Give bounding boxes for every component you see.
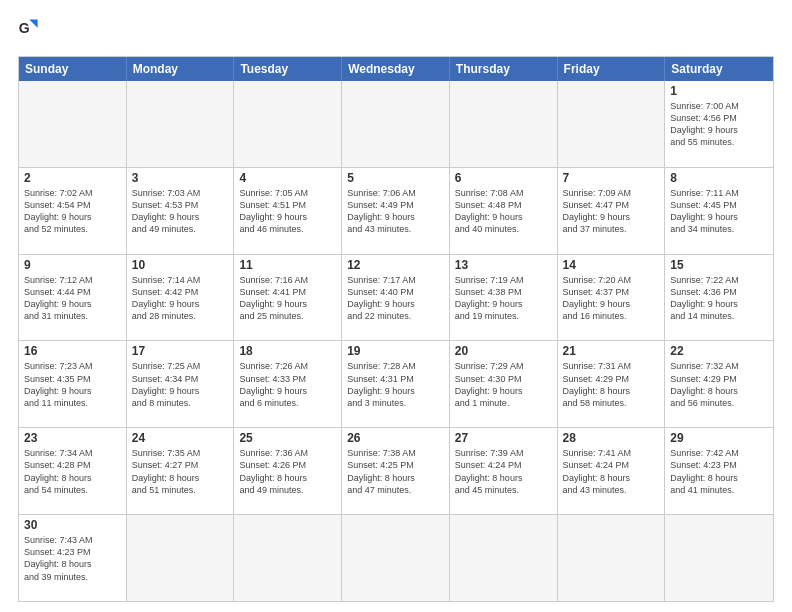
weekday-header: Friday bbox=[558, 57, 666, 81]
calendar-cell: 9Sunrise: 7:12 AM Sunset: 4:44 PM Daylig… bbox=[19, 255, 127, 341]
day-info: Sunrise: 7:16 AM Sunset: 4:41 PM Dayligh… bbox=[239, 274, 336, 323]
calendar-cell: 7Sunrise: 7:09 AM Sunset: 4:47 PM Daylig… bbox=[558, 168, 666, 254]
day-number: 11 bbox=[239, 258, 336, 272]
day-number: 12 bbox=[347, 258, 444, 272]
calendar-cell: 20Sunrise: 7:29 AM Sunset: 4:30 PM Dayli… bbox=[450, 341, 558, 427]
day-number: 19 bbox=[347, 344, 444, 358]
day-info: Sunrise: 7:36 AM Sunset: 4:26 PM Dayligh… bbox=[239, 447, 336, 496]
calendar-cell: 6Sunrise: 7:08 AM Sunset: 4:48 PM Daylig… bbox=[450, 168, 558, 254]
day-number: 18 bbox=[239, 344, 336, 358]
calendar-cell: 2Sunrise: 7:02 AM Sunset: 4:54 PM Daylig… bbox=[19, 168, 127, 254]
day-number: 22 bbox=[670, 344, 768, 358]
day-info: Sunrise: 7:22 AM Sunset: 4:36 PM Dayligh… bbox=[670, 274, 768, 323]
day-info: Sunrise: 7:12 AM Sunset: 4:44 PM Dayligh… bbox=[24, 274, 121, 323]
weekday-header: Sunday bbox=[19, 57, 127, 81]
day-number: 14 bbox=[563, 258, 660, 272]
day-info: Sunrise: 7:02 AM Sunset: 4:54 PM Dayligh… bbox=[24, 187, 121, 236]
calendar-cell bbox=[19, 81, 127, 167]
calendar-cell: 8Sunrise: 7:11 AM Sunset: 4:45 PM Daylig… bbox=[665, 168, 773, 254]
day-info: Sunrise: 7:00 AM Sunset: 4:56 PM Dayligh… bbox=[670, 100, 768, 149]
day-info: Sunrise: 7:28 AM Sunset: 4:31 PM Dayligh… bbox=[347, 360, 444, 409]
day-info: Sunrise: 7:39 AM Sunset: 4:24 PM Dayligh… bbox=[455, 447, 552, 496]
calendar-cell: 14Sunrise: 7:20 AM Sunset: 4:37 PM Dayli… bbox=[558, 255, 666, 341]
calendar-row: 9Sunrise: 7:12 AM Sunset: 4:44 PM Daylig… bbox=[19, 254, 773, 341]
day-info: Sunrise: 7:31 AM Sunset: 4:29 PM Dayligh… bbox=[563, 360, 660, 409]
calendar: SundayMondayTuesdayWednesdayThursdayFrid… bbox=[18, 56, 774, 602]
calendar-body: 1Sunrise: 7:00 AM Sunset: 4:56 PM Daylig… bbox=[19, 81, 773, 601]
calendar-header-row: SundayMondayTuesdayWednesdayThursdayFrid… bbox=[19, 57, 773, 81]
calendar-cell: 17Sunrise: 7:25 AM Sunset: 4:34 PM Dayli… bbox=[127, 341, 235, 427]
calendar-row: 30Sunrise: 7:43 AM Sunset: 4:23 PM Dayli… bbox=[19, 514, 773, 601]
weekday-header: Monday bbox=[127, 57, 235, 81]
calendar-cell: 13Sunrise: 7:19 AM Sunset: 4:38 PM Dayli… bbox=[450, 255, 558, 341]
day-number: 24 bbox=[132, 431, 229, 445]
day-number: 15 bbox=[670, 258, 768, 272]
day-info: Sunrise: 7:20 AM Sunset: 4:37 PM Dayligh… bbox=[563, 274, 660, 323]
day-number: 13 bbox=[455, 258, 552, 272]
day-number: 10 bbox=[132, 258, 229, 272]
calendar-cell bbox=[234, 515, 342, 601]
day-info: Sunrise: 7:19 AM Sunset: 4:38 PM Dayligh… bbox=[455, 274, 552, 323]
day-number: 4 bbox=[239, 171, 336, 185]
calendar-cell: 19Sunrise: 7:28 AM Sunset: 4:31 PM Dayli… bbox=[342, 341, 450, 427]
day-info: Sunrise: 7:35 AM Sunset: 4:27 PM Dayligh… bbox=[132, 447, 229, 496]
calendar-cell bbox=[127, 515, 235, 601]
calendar-cell: 26Sunrise: 7:38 AM Sunset: 4:25 PM Dayli… bbox=[342, 428, 450, 514]
day-number: 8 bbox=[670, 171, 768, 185]
calendar-cell: 16Sunrise: 7:23 AM Sunset: 4:35 PM Dayli… bbox=[19, 341, 127, 427]
calendar-cell bbox=[127, 81, 235, 167]
calendar-cell: 22Sunrise: 7:32 AM Sunset: 4:29 PM Dayli… bbox=[665, 341, 773, 427]
day-info: Sunrise: 7:43 AM Sunset: 4:23 PM Dayligh… bbox=[24, 534, 121, 583]
day-info: Sunrise: 7:25 AM Sunset: 4:34 PM Dayligh… bbox=[132, 360, 229, 409]
calendar-row: 23Sunrise: 7:34 AM Sunset: 4:28 PM Dayli… bbox=[19, 427, 773, 514]
calendar-cell: 5Sunrise: 7:06 AM Sunset: 4:49 PM Daylig… bbox=[342, 168, 450, 254]
calendar-cell: 29Sunrise: 7:42 AM Sunset: 4:23 PM Dayli… bbox=[665, 428, 773, 514]
calendar-cell: 23Sunrise: 7:34 AM Sunset: 4:28 PM Dayli… bbox=[19, 428, 127, 514]
weekday-header: Wednesday bbox=[342, 57, 450, 81]
day-number: 27 bbox=[455, 431, 552, 445]
logo-icon: G bbox=[18, 18, 46, 46]
calendar-cell bbox=[665, 515, 773, 601]
day-info: Sunrise: 7:05 AM Sunset: 4:51 PM Dayligh… bbox=[239, 187, 336, 236]
calendar-cell bbox=[558, 81, 666, 167]
day-info: Sunrise: 7:41 AM Sunset: 4:24 PM Dayligh… bbox=[563, 447, 660, 496]
calendar-cell bbox=[558, 515, 666, 601]
day-number: 28 bbox=[563, 431, 660, 445]
calendar-cell bbox=[342, 81, 450, 167]
day-info: Sunrise: 7:38 AM Sunset: 4:25 PM Dayligh… bbox=[347, 447, 444, 496]
day-info: Sunrise: 7:09 AM Sunset: 4:47 PM Dayligh… bbox=[563, 187, 660, 236]
day-number: 23 bbox=[24, 431, 121, 445]
calendar-cell: 1Sunrise: 7:00 AM Sunset: 4:56 PM Daylig… bbox=[665, 81, 773, 167]
day-info: Sunrise: 7:08 AM Sunset: 4:48 PM Dayligh… bbox=[455, 187, 552, 236]
header: G bbox=[18, 18, 774, 46]
calendar-cell: 25Sunrise: 7:36 AM Sunset: 4:26 PM Dayli… bbox=[234, 428, 342, 514]
day-number: 5 bbox=[347, 171, 444, 185]
day-number: 9 bbox=[24, 258, 121, 272]
calendar-cell: 12Sunrise: 7:17 AM Sunset: 4:40 PM Dayli… bbox=[342, 255, 450, 341]
day-number: 20 bbox=[455, 344, 552, 358]
day-number: 29 bbox=[670, 431, 768, 445]
calendar-cell: 27Sunrise: 7:39 AM Sunset: 4:24 PM Dayli… bbox=[450, 428, 558, 514]
svg-text:G: G bbox=[19, 20, 30, 36]
weekday-header: Tuesday bbox=[234, 57, 342, 81]
calendar-cell bbox=[342, 515, 450, 601]
day-number: 17 bbox=[132, 344, 229, 358]
day-number: 16 bbox=[24, 344, 121, 358]
day-info: Sunrise: 7:34 AM Sunset: 4:28 PM Dayligh… bbox=[24, 447, 121, 496]
calendar-cell bbox=[450, 515, 558, 601]
calendar-cell: 30Sunrise: 7:43 AM Sunset: 4:23 PM Dayli… bbox=[19, 515, 127, 601]
calendar-cell: 28Sunrise: 7:41 AM Sunset: 4:24 PM Dayli… bbox=[558, 428, 666, 514]
day-number: 6 bbox=[455, 171, 552, 185]
day-number: 7 bbox=[563, 171, 660, 185]
calendar-cell: 15Sunrise: 7:22 AM Sunset: 4:36 PM Dayli… bbox=[665, 255, 773, 341]
day-info: Sunrise: 7:23 AM Sunset: 4:35 PM Dayligh… bbox=[24, 360, 121, 409]
logo: G bbox=[18, 18, 50, 46]
calendar-cell: 3Sunrise: 7:03 AM Sunset: 4:53 PM Daylig… bbox=[127, 168, 235, 254]
day-info: Sunrise: 7:14 AM Sunset: 4:42 PM Dayligh… bbox=[132, 274, 229, 323]
calendar-cell bbox=[450, 81, 558, 167]
day-info: Sunrise: 7:26 AM Sunset: 4:33 PM Dayligh… bbox=[239, 360, 336, 409]
calendar-row: 1Sunrise: 7:00 AM Sunset: 4:56 PM Daylig… bbox=[19, 81, 773, 167]
day-info: Sunrise: 7:17 AM Sunset: 4:40 PM Dayligh… bbox=[347, 274, 444, 323]
day-info: Sunrise: 7:32 AM Sunset: 4:29 PM Dayligh… bbox=[670, 360, 768, 409]
day-number: 2 bbox=[24, 171, 121, 185]
